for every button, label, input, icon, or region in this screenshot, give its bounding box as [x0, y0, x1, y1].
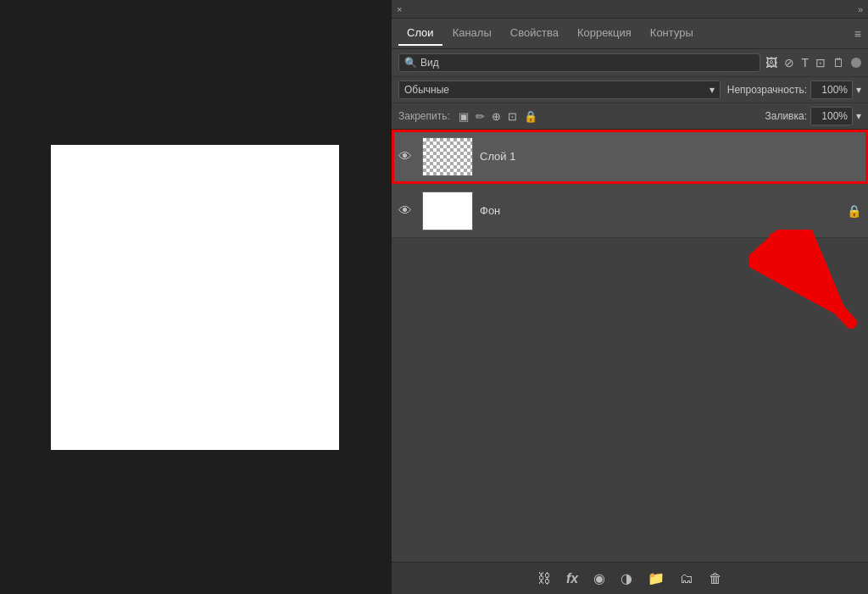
layer-thumbnail-fon — [422, 192, 473, 230]
layer-thumbnail-layer1 — [422, 137, 473, 176]
blend-mode-select[interactable]: Обычные ▾ — [398, 80, 721, 99]
blend-mode-row: Обычные ▾ Непрозрачность: ▾ — [392, 77, 868, 103]
fill-input[interactable] — [810, 107, 853, 125]
mask-icon[interactable]: ◉ — [593, 570, 605, 586]
link-icon[interactable]: ⛓ — [537, 571, 551, 586]
layer-name-fon: Фон — [480, 204, 500, 217]
layers-list: 👁 Слой 1 👁 Фон 🔒 — [392, 130, 868, 562]
expand-button[interactable]: » — [858, 4, 863, 14]
bottom-toolbar: ⛓ fx ◉ ◑ 📁 🗂 🗑 — [392, 562, 868, 594]
new-layer-icon[interactable]: 🗂 — [680, 571, 693, 586]
transform-icon[interactable]: ⊡ — [815, 56, 826, 69]
tab-channels[interactable]: Каналы — [444, 21, 500, 46]
fill-chevron[interactable]: ▾ — [856, 110, 861, 122]
layer-name-layer1: Слой 1 — [480, 150, 515, 163]
delete-layer-icon[interactable]: 🗑 — [709, 571, 722, 586]
type-icon[interactable]: T — [801, 56, 809, 69]
panel-menu-icon[interactable]: ≡ — [854, 27, 861, 41]
visibility-icon-fon[interactable]: 👁 — [398, 203, 415, 219]
search-box[interactable]: 🔍 — [398, 53, 760, 72]
fill-label: Заливка: — [765, 110, 807, 122]
opacity-label: Непрозрачность: — [727, 84, 807, 96]
fill-group: Заливка: ▾ — [765, 107, 861, 125]
search-icon: 🔍 — [404, 57, 417, 69]
svg-line-1 — [775, 238, 851, 323]
opacity-group: Непрозрачность: ▾ — [727, 80, 861, 99]
toolbar-icons: 🖼 ⊘ T ⊡ 🗒 — [765, 56, 861, 69]
panel-title-bar: × » — [392, 0, 868, 19]
close-button[interactable]: × — [397, 4, 402, 14]
lock-all-icon[interactable]: 🔒 — [524, 110, 537, 123]
circle-slash-icon[interactable]: ⊘ — [784, 56, 794, 69]
red-arrow — [749, 230, 868, 348]
lock-transparency-icon[interactable]: ▣ — [459, 110, 469, 123]
tab-paths[interactable]: Контуры — [642, 21, 702, 46]
fx-icon[interactable]: fx — [566, 571, 578, 586]
canvas-area — [0, 0, 390, 594]
tab-correction[interactable]: Коррекция — [569, 21, 640, 46]
blend-mode-value: Обычные — [404, 84, 449, 96]
lock-label: Закрепить: — [398, 110, 450, 122]
lock-paint-icon[interactable]: ✏ — [476, 110, 485, 123]
title-bar-left: × — [397, 4, 402, 14]
smart-icon[interactable]: 🗒 — [832, 56, 844, 69]
canvas-document — [51, 145, 339, 450]
color-circle-icon[interactable] — [851, 58, 861, 68]
image-icon[interactable]: 🖼 — [765, 56, 777, 69]
blend-mode-chevron: ▾ — [709, 84, 715, 96]
visibility-icon-layer1[interactable]: 👁 — [398, 149, 415, 164]
lock-icons: ▣ ✏ ⊕ ⊡ 🔒 — [459, 110, 537, 123]
search-input[interactable] — [420, 57, 754, 69]
opacity-chevron[interactable]: ▾ — [856, 84, 861, 96]
tabs-row: Слои Каналы Свойства Коррекция Контуры ≡ — [392, 19, 868, 49]
tab-properties[interactable]: Свойства — [502, 21, 567, 46]
lock-move-icon[interactable]: ⊕ — [492, 110, 501, 123]
lock-row: Закрепить: ▣ ✏ ⊕ ⊡ 🔒 Заливка: ▾ — [392, 103, 868, 130]
lock-artboard-icon[interactable]: ⊡ — [508, 110, 517, 123]
group-icon[interactable]: 📁 — [648, 570, 665, 586]
layer-lock-icon: 🔒 — [847, 204, 861, 218]
opacity-input[interactable] — [810, 80, 853, 99]
search-row: 🔍 🖼 ⊘ T ⊡ 🗒 — [392, 49, 868, 77]
empty-space — [392, 238, 868, 340]
adjustment-icon[interactable]: ◑ — [620, 570, 632, 586]
layers-panel: × » Слои Каналы Свойства Коррекция Конту… — [392, 0, 868, 594]
layer-item-layer1[interactable]: 👁 Слой 1 — [392, 130, 868, 184]
tab-layers[interactable]: Слои — [398, 21, 442, 46]
